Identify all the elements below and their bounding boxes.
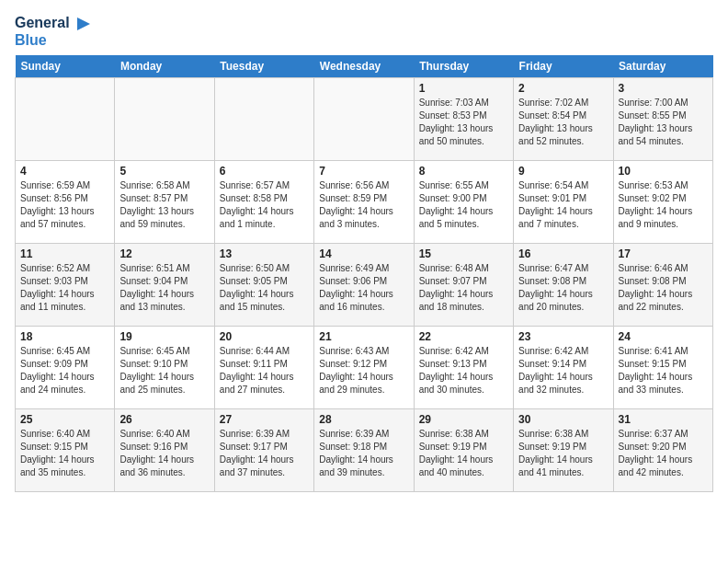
calendar-header: SundayMondayTuesdayWednesdayThursdayFrid… — [16, 55, 713, 78]
day-info: Sunrise: 6:44 AM Sunset: 9:11 PM Dayligh… — [220, 345, 309, 396]
svg-marker-0 — [77, 17, 90, 30]
calendar-cell: 2Sunrise: 7:02 AM Sunset: 8:54 PM Daylig… — [514, 78, 613, 161]
calendar-cell: 17Sunrise: 6:46 AM Sunset: 9:08 PM Dayli… — [613, 244, 712, 327]
day-info: Sunrise: 6:57 AM Sunset: 8:58 PM Dayligh… — [220, 179, 309, 231]
day-number: 10 — [619, 165, 708, 178]
day-info: Sunrise: 6:47 AM Sunset: 9:08 PM Dayligh… — [518, 262, 608, 314]
day-number: 7 — [319, 165, 408, 178]
day-info: Sunrise: 6:38 AM Sunset: 9:19 PM Dayligh… — [419, 428, 508, 479]
day-number: 30 — [518, 413, 608, 426]
calendar-cell: 13Sunrise: 6:50 AM Sunset: 9:05 PM Dayli… — [214, 244, 313, 327]
calendar-cell: 25Sunrise: 6:40 AM Sunset: 9:15 PM Dayli… — [16, 409, 115, 492]
day-number: 14 — [319, 247, 408, 260]
day-number: 25 — [20, 413, 109, 426]
day-info: Sunrise: 6:54 AM Sunset: 9:01 PM Dayligh… — [518, 179, 608, 231]
calendar-cell: 10Sunrise: 6:53 AM Sunset: 9:02 PM Dayli… — [613, 161, 712, 244]
day-info: Sunrise: 6:37 AM Sunset: 9:20 PM Dayligh… — [619, 428, 708, 479]
calendar-body: 1Sunrise: 7:03 AM Sunset: 8:53 PM Daylig… — [16, 78, 713, 492]
day-info: Sunrise: 7:03 AM Sunset: 8:53 PM Dayligh… — [419, 97, 508, 148]
calendar-week-2: 4Sunrise: 6:59 AM Sunset: 8:56 PM Daylig… — [16, 161, 713, 244]
day-info: Sunrise: 6:40 AM Sunset: 9:16 PM Dayligh… — [119, 428, 209, 479]
calendar-cell: 19Sunrise: 6:45 AM Sunset: 9:10 PM Dayli… — [115, 327, 214, 409]
calendar-week-1: 1Sunrise: 7:03 AM Sunset: 8:53 PM Daylig… — [16, 78, 713, 161]
calendar-cell: 16Sunrise: 6:47 AM Sunset: 9:08 PM Dayli… — [514, 244, 613, 327]
day-info: Sunrise: 6:42 AM Sunset: 9:13 PM Dayligh… — [419, 345, 508, 396]
day-info: Sunrise: 6:43 AM Sunset: 9:12 PM Dayligh… — [319, 345, 408, 396]
day-info: Sunrise: 6:38 AM Sunset: 9:19 PM Dayligh… — [518, 428, 608, 479]
calendar-cell: 7Sunrise: 6:56 AM Sunset: 8:59 PM Daylig… — [314, 161, 414, 244]
calendar-cell — [16, 78, 115, 161]
day-number: 16 — [518, 247, 608, 260]
logo-text: General Blue — [15, 15, 90, 48]
day-number: 24 — [619, 330, 708, 343]
day-info: Sunrise: 6:42 AM Sunset: 9:14 PM Dayligh… — [518, 345, 608, 396]
calendar-cell: 11Sunrise: 6:52 AM Sunset: 9:03 PM Dayli… — [16, 244, 115, 327]
weekday-header-wednesday: Wednesday — [314, 55, 414, 78]
day-info: Sunrise: 6:48 AM Sunset: 9:07 PM Dayligh… — [419, 262, 508, 314]
weekday-header-thursday: Thursday — [414, 55, 513, 78]
day-info: Sunrise: 7:00 AM Sunset: 8:55 PM Dayligh… — [619, 97, 708, 148]
weekday-header-sunday: Sunday — [16, 55, 115, 78]
calendar-cell: 20Sunrise: 6:44 AM Sunset: 9:11 PM Dayli… — [214, 327, 313, 409]
calendar-cell — [314, 78, 414, 161]
calendar-week-3: 11Sunrise: 6:52 AM Sunset: 9:03 PM Dayli… — [16, 244, 713, 327]
day-number: 9 — [518, 165, 608, 178]
day-info: Sunrise: 6:39 AM Sunset: 9:18 PM Dayligh… — [319, 428, 408, 479]
calendar-cell: 22Sunrise: 6:42 AM Sunset: 9:13 PM Dayli… — [414, 327, 513, 409]
day-number: 28 — [319, 413, 408, 426]
calendar-cell: 1Sunrise: 7:03 AM Sunset: 8:53 PM Daylig… — [414, 78, 513, 161]
day-info: Sunrise: 6:45 AM Sunset: 9:10 PM Dayligh… — [119, 345, 209, 396]
calendar-cell: 29Sunrise: 6:38 AM Sunset: 9:19 PM Dayli… — [414, 409, 513, 492]
page-header: General Blue — [15, 15, 713, 48]
day-info: Sunrise: 6:40 AM Sunset: 9:15 PM Dayligh… — [20, 428, 109, 479]
calendar-cell: 4Sunrise: 6:59 AM Sunset: 8:56 PM Daylig… — [16, 161, 115, 244]
logo-triangle-icon — [74, 16, 90, 32]
calendar-cell: 5Sunrise: 6:58 AM Sunset: 8:57 PM Daylig… — [115, 161, 214, 244]
day-info: Sunrise: 6:51 AM Sunset: 9:04 PM Dayligh… — [119, 262, 209, 314]
calendar-cell: 15Sunrise: 6:48 AM Sunset: 9:07 PM Dayli… — [414, 244, 513, 327]
day-info: Sunrise: 6:58 AM Sunset: 8:57 PM Dayligh… — [119, 179, 209, 231]
day-number: 19 — [119, 330, 209, 343]
day-number: 26 — [119, 413, 209, 426]
day-number: 18 — [20, 330, 109, 343]
day-number: 1 — [419, 82, 508, 95]
calendar-cell — [214, 78, 313, 161]
day-number: 21 — [319, 330, 408, 343]
day-info: Sunrise: 6:55 AM Sunset: 9:00 PM Dayligh… — [419, 179, 508, 231]
day-info: Sunrise: 6:41 AM Sunset: 9:15 PM Dayligh… — [619, 345, 708, 396]
calendar-cell: 14Sunrise: 6:49 AM Sunset: 9:06 PM Dayli… — [314, 244, 414, 327]
calendar-cell: 3Sunrise: 7:00 AM Sunset: 8:55 PM Daylig… — [613, 78, 712, 161]
day-number: 2 — [518, 82, 608, 95]
weekday-header-monday: Monday — [115, 55, 214, 78]
day-number: 12 — [119, 247, 209, 260]
day-number: 11 — [20, 247, 109, 260]
day-number: 22 — [419, 330, 508, 343]
day-info: Sunrise: 6:52 AM Sunset: 9:03 PM Dayligh… — [20, 262, 109, 314]
day-number: 4 — [20, 165, 109, 178]
calendar-cell: 8Sunrise: 6:55 AM Sunset: 9:00 PM Daylig… — [414, 161, 513, 244]
calendar-cell: 6Sunrise: 6:57 AM Sunset: 8:58 PM Daylig… — [214, 161, 313, 244]
calendar-cell: 23Sunrise: 6:42 AM Sunset: 9:14 PM Dayli… — [514, 327, 613, 409]
day-number: 29 — [419, 413, 508, 426]
calendar-cell: 24Sunrise: 6:41 AM Sunset: 9:15 PM Dayli… — [613, 327, 712, 409]
calendar-cell: 27Sunrise: 6:39 AM Sunset: 9:17 PM Dayli… — [214, 409, 313, 492]
calendar-cell: 18Sunrise: 6:45 AM Sunset: 9:09 PM Dayli… — [16, 327, 115, 409]
calendar-cell: 21Sunrise: 6:43 AM Sunset: 9:12 PM Dayli… — [314, 327, 414, 409]
calendar-week-5: 25Sunrise: 6:40 AM Sunset: 9:15 PM Dayli… — [16, 409, 713, 492]
calendar-cell: 30Sunrise: 6:38 AM Sunset: 9:19 PM Dayli… — [514, 409, 613, 492]
calendar-cell — [115, 78, 214, 161]
calendar-table: SundayMondayTuesdayWednesdayThursdayFrid… — [15, 55, 713, 492]
weekday-header-saturday: Saturday — [613, 55, 712, 78]
calendar-week-4: 18Sunrise: 6:45 AM Sunset: 9:09 PM Dayli… — [16, 327, 713, 409]
weekday-header-friday: Friday — [514, 55, 613, 78]
day-info: Sunrise: 6:53 AM Sunset: 9:02 PM Dayligh… — [619, 179, 708, 231]
weekday-header-tuesday: Tuesday — [214, 55, 313, 78]
calendar-cell: 9Sunrise: 6:54 AM Sunset: 9:01 PM Daylig… — [514, 161, 613, 244]
day-info: Sunrise: 6:45 AM Sunset: 9:09 PM Dayligh… — [20, 345, 109, 396]
day-info: Sunrise: 6:50 AM Sunset: 9:05 PM Dayligh… — [220, 262, 309, 314]
calendar-cell: 28Sunrise: 6:39 AM Sunset: 9:18 PM Dayli… — [314, 409, 414, 492]
day-info: Sunrise: 6:56 AM Sunset: 8:59 PM Dayligh… — [319, 179, 408, 231]
day-number: 3 — [619, 82, 708, 95]
calendar-cell: 26Sunrise: 6:40 AM Sunset: 9:16 PM Dayli… — [115, 409, 214, 492]
day-number: 23 — [518, 330, 608, 343]
